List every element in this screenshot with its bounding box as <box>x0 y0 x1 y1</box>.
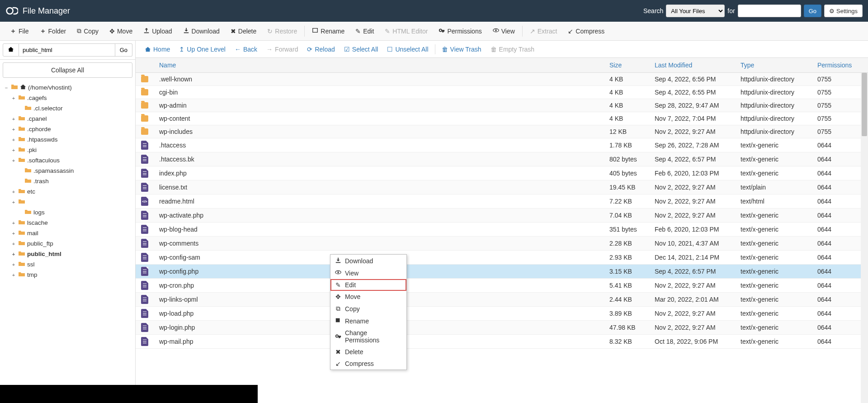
file-row[interactable]: .htaccess.bk802 bytesSep 4, 2022, 6:57 P… <box>136 152 868 166</box>
expand-toggle[interactable]: + <box>11 231 16 236</box>
cm-download[interactable]: Download <box>330 255 406 267</box>
cm-rename[interactable]: Rename <box>330 315 406 327</box>
tree-node[interactable]: +public_ftp <box>11 238 132 249</box>
tree-node[interactable]: +.cphorde <box>11 124 132 134</box>
tree-node[interactable]: +.htpasswds <box>11 134 132 145</box>
tree-node[interactable]: .spamassassin <box>11 166 132 176</box>
col-size-header[interactable]: Size <box>604 62 649 69</box>
nav-reload-button[interactable]: ⟳Reload <box>302 44 339 55</box>
tree-node[interactable]: +tmp <box>11 270 132 280</box>
download-button[interactable]: Download <box>178 25 225 37</box>
settings-button[interactable]: ⚙ Settings <box>824 5 863 17</box>
tree-node[interactable]: +.pki <box>11 145 132 155</box>
cm-compress[interactable]: ↙Compress <box>330 358 406 370</box>
tree-node[interactable]: +ssl <box>11 259 132 270</box>
col-name-header[interactable]: Name <box>154 62 604 69</box>
file-row[interactable]: wp-mail.php8.32 KBOct 18, 2022, 9:06 PMt… <box>136 335 868 349</box>
tree-node[interactable]: +.cagefs <box>11 93 132 103</box>
cm-copy[interactable]: ⧉Copy <box>330 303 406 315</box>
tree-node[interactable]: +etc <box>11 186 132 197</box>
nav-up-button[interactable]: ↥Up One Level <box>175 44 230 55</box>
expand-toggle[interactable]: + <box>11 158 16 163</box>
collapse-all-button[interactable]: Collapse All <box>3 62 132 78</box>
nav-empty-trash-button[interactable]: 🗑Empty Trash <box>486 44 539 55</box>
expand-toggle[interactable]: + <box>11 220 16 226</box>
file-row[interactable]: wp-content4 KBNov 7, 2022, 7:04 PMhttpd/… <box>136 112 868 125</box>
tree-node[interactable]: +.cpanel <box>11 114 132 124</box>
expand-toggle[interactable]: + <box>11 251 16 257</box>
compress-button[interactable]: ↙Compress <box>562 26 610 37</box>
path-input[interactable] <box>19 43 115 57</box>
vertical-scrollbar[interactable] <box>861 73 868 403</box>
nav-unselect-all-button[interactable]: ☐Unselect All <box>382 44 433 55</box>
tree-node[interactable]: logs <box>11 207 132 218</box>
tree-node[interactable]: +lscache <box>11 218 132 228</box>
html-editor-button[interactable]: ✎HTML Editor <box>379 26 433 37</box>
file-row[interactable]: wp-links-opml2.44 KBMar 20, 2022, 2:01 A… <box>136 293 868 307</box>
cm-edit[interactable]: ✎Edit <box>330 279 406 291</box>
expand-toggle[interactable]: + <box>11 199 16 205</box>
file-row[interactable]: index.php405 bytesFeb 6, 2020, 12:03 PMt… <box>136 166 868 180</box>
nav-view-trash-button[interactable]: 🗑View Trash <box>437 44 486 55</box>
cm-move[interactable]: ✥Move <box>330 291 406 303</box>
col-perm-header[interactable]: Permissions <box>812 62 857 69</box>
tree-root[interactable]: − (/home/vhostint) <box>4 82 132 93</box>
col-type-header[interactable]: Type <box>735 62 812 69</box>
file-row[interactable]: cgi-bin4 KBSep 4, 2022, 6:55 PMhttpd/uni… <box>136 86 868 99</box>
expand-toggle[interactable]: + <box>11 272 16 278</box>
extract-button[interactable]: ↗Extract <box>524 26 563 37</box>
search-input[interactable] <box>738 5 801 17</box>
expand-toggle[interactable]: + <box>11 241 16 247</box>
search-scope-select[interactable]: All Your Files <box>666 5 725 17</box>
file-button[interactable]: ＋File <box>5 25 34 37</box>
file-row[interactable]: wp-blog-head351 bytesFeb 6, 2020, 12:03 … <box>136 223 868 237</box>
tree-node[interactable]: +mail <box>11 228 132 238</box>
file-row[interactable]: wp-activate.php7.04 KBNov 2, 2022, 9:27 … <box>136 209 868 223</box>
move-button[interactable]: ✥Move <box>104 26 138 37</box>
cm-view[interactable]: View <box>330 267 406 279</box>
tree-node[interactable]: + <box>11 197 132 207</box>
file-row[interactable]: .well-known4 KBSep 4, 2022, 6:56 PMhttpd… <box>136 73 868 86</box>
file-row[interactable]: wp-login.php47.98 KBNov 2, 2022, 9:27 AM… <box>136 321 868 335</box>
tree-node[interactable]: .cl.selector <box>11 103 132 114</box>
file-row[interactable]: wp-admin4 KBSep 28, 2022, 9:47 AMhttpd/u… <box>136 99 868 112</box>
edit-button[interactable]: ✎Edit <box>350 26 379 37</box>
file-row[interactable]: wp-config-sam2.93 KBDec 14, 2021, 2:14 P… <box>136 251 868 265</box>
cm-delete[interactable]: ✖Delete <box>330 346 406 358</box>
collapse-toggle[interactable]: − <box>4 85 9 90</box>
expand-toggle[interactable]: + <box>11 127 16 132</box>
expand-toggle[interactable]: + <box>11 116 16 122</box>
delete-button[interactable]: ✖Delete <box>225 26 262 37</box>
nav-select-all-button[interactable]: ☑Select All <box>340 44 383 55</box>
col-modified-header[interactable]: Last Modified <box>649 62 735 69</box>
expand-toggle[interactable]: + <box>11 95 16 101</box>
home-icon-button[interactable] <box>3 43 19 57</box>
cm-permissions[interactable]: Change Permissions <box>330 327 406 346</box>
tree-node[interactable]: +public_html <box>11 249 132 259</box>
expand-toggle[interactable]: + <box>11 137 16 142</box>
file-row[interactable]: wp-config.php3.15 KBSep 4, 2022, 6:57 PM… <box>136 265 868 279</box>
expand-toggle[interactable]: + <box>11 147 16 153</box>
file-row[interactable]: wp-load.php3.89 KBNov 2, 2022, 9:27 AMte… <box>136 307 868 321</box>
file-row[interactable]: </>readme.html7.22 KBNov 2, 2022, 9:27 A… <box>136 194 868 209</box>
expand-toggle[interactable]: + <box>11 189 16 194</box>
file-row[interactable]: wp-comments2.28 KBNov 10, 2021, 4:37 AMt… <box>136 237 868 251</box>
path-go-button[interactable]: Go <box>115 43 132 57</box>
copy-button[interactable]: ⧉Copy <box>71 25 104 37</box>
scrollbar-thumb[interactable] <box>862 73 867 136</box>
upload-button[interactable]: Upload <box>138 25 177 37</box>
tree-node[interactable]: +.softaculous <box>11 155 132 166</box>
file-row[interactable]: license.txt19.45 KBNov 2, 2022, 9:27 AMt… <box>136 180 868 194</box>
permissions-button[interactable]: Permissions <box>433 25 487 37</box>
file-row[interactable]: .htaccess1.78 KBSep 26, 2022, 7:28 AMtex… <box>136 138 868 152</box>
file-row[interactable]: wp-cron.php5.41 KBNov 2, 2022, 9:27 AMte… <box>136 279 868 293</box>
rename-button[interactable]: Rename <box>307 25 350 37</box>
nav-forward-button[interactable]: →Forward <box>262 44 302 55</box>
search-go-button[interactable]: Go <box>804 5 821 17</box>
folder-button[interactable]: ＋Folder <box>34 25 72 37</box>
tree-node[interactable]: .trash <box>11 176 132 186</box>
nav-back-button[interactable]: ←Back <box>230 44 262 55</box>
restore-button[interactable]: ↻Restore <box>262 26 302 37</box>
view-button[interactable]: View <box>487 25 520 37</box>
expand-toggle[interactable]: + <box>11 262 16 267</box>
